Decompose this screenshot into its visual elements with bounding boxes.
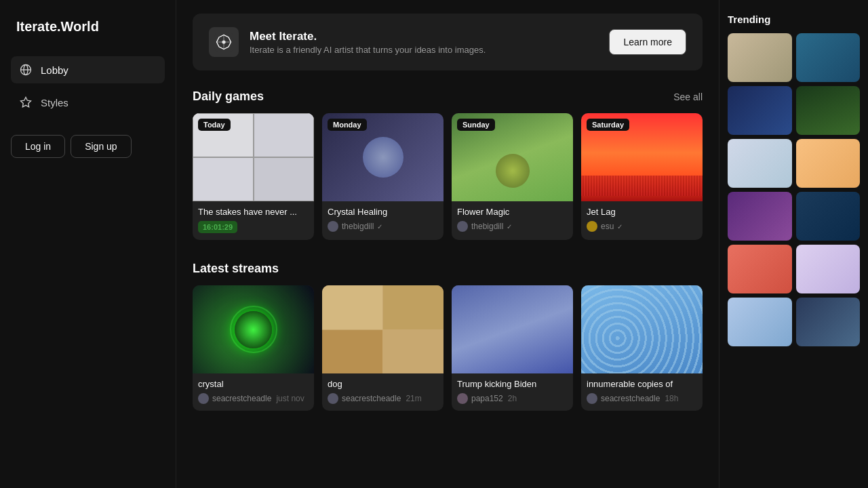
stream-card-innumerable[interactable]: innumerable copies of seacrestcheadle 18…: [581, 285, 703, 411]
game-title-saturday: Jet Lag: [587, 207, 697, 217]
svg-marker-3: [21, 98, 31, 107]
stream-card-dog[interactable]: dog seacrestcheadle 21m: [322, 285, 443, 411]
avatar-seacrest-2: [328, 393, 338, 404]
stream-time-innumerable: 18h: [665, 394, 678, 403]
daily-games-see-all[interactable]: See all: [673, 92, 703, 102]
stream-meta-crystal: seacrestcheadle just nov: [198, 393, 309, 404]
trending-item-5[interactable]: [728, 139, 792, 188]
stream-author-innumerable: seacrestcheadle: [601, 394, 660, 403]
daily-games-header: Daily games See all: [193, 89, 703, 104]
stream-info-trump: Trump kicking Biden papa152 2h: [452, 373, 573, 411]
trending-item-10[interactable]: [796, 245, 861, 293]
verified-icon-3: ✓: [617, 223, 623, 230]
trending-title: Trending: [728, 14, 860, 25]
stream-info-dog: dog seacrestcheadle 21m: [322, 373, 443, 411]
trending-item-9[interactable]: [728, 245, 792, 293]
stream-meta-innumerable: seacrestcheadle 18h: [587, 393, 697, 404]
stream-title-crystal: crystal: [198, 379, 309, 389]
comic-panel-4: [254, 157, 315, 201]
game-card-sunday[interactable]: Sunday Flower Magic thebigdill ✓: [452, 113, 573, 240]
game-info-monday: Crystal Healing thebigdill ✓: [322, 201, 443, 239]
trending-item-11[interactable]: [728, 298, 792, 346]
globe-icon: [19, 63, 33, 77]
trending-item-12[interactable]: [796, 298, 861, 346]
stream-author-crystal: seacrestcheadle: [212, 394, 271, 403]
stream-info-innumerable: innumerable copies of seacrestcheadle 18…: [581, 373, 703, 411]
signup-button[interactable]: Sign up: [71, 135, 131, 158]
avatar-thebigdill-2: [457, 221, 468, 232]
stream-card-crystal[interactable]: crystal seacrestcheadle just nov: [193, 285, 314, 411]
game-title-sunday: Flower Magic: [457, 207, 568, 217]
trending-item-6[interactable]: [796, 139, 861, 188]
game-card-saturday[interactable]: Saturday Jet Lag esu ✓: [581, 113, 703, 240]
latest-streams-title: Latest streams: [193, 262, 279, 276]
game-card-today[interactable]: Today The stakes have never ... 16:01:29: [193, 113, 314, 240]
dog-panel-1: [322, 285, 382, 329]
game-author-sunday: thebigdill: [471, 222, 503, 231]
avatar-seacrest-1: [198, 393, 209, 404]
trending-item-1[interactable]: [728, 33, 792, 82]
learn-more-button[interactable]: Learn more: [609, 29, 686, 55]
game-badge-sunday: Sunday: [457, 119, 495, 131]
game-card-monday[interactable]: Monday Crystal Healing thebigdill ✓: [322, 113, 443, 240]
daily-games-grid: Today The stakes have never ... 16:01:29…: [193, 113, 703, 240]
stream-time-dog: 21m: [406, 394, 421, 403]
game-title-monday: Crystal Healing: [328, 207, 438, 217]
trending-item-2[interactable]: [796, 33, 861, 82]
game-badge-today: Today: [198, 119, 231, 131]
stream-info-crystal: crystal seacrestcheadle just nov: [193, 373, 314, 411]
avatar-seacrest-3: [587, 393, 597, 404]
stream-thumb-innumerable: [581, 285, 703, 373]
svg-point-5: [222, 40, 225, 43]
login-button[interactable]: Log in: [11, 135, 65, 158]
stream-meta-trump: papa152 2h: [457, 393, 568, 404]
trending-item-8[interactable]: [796, 192, 861, 241]
stream-time-crystal: just nov: [276, 394, 304, 403]
latest-streams-grid: crystal seacrestcheadle just nov dog: [193, 285, 703, 411]
game-thumb-saturday: Saturday: [581, 113, 703, 201]
game-author-saturday: esu: [601, 222, 614, 231]
sidebar-lobby-label: Lobby: [41, 64, 68, 76]
trending-item-7[interactable]: [728, 192, 792, 241]
stream-author-trump: papa152: [471, 394, 503, 403]
stream-title-dog: dog: [328, 379, 438, 389]
game-info-saturday: Jet Lag esu ✓: [581, 201, 703, 239]
stream-title-trump: Trump kicking Biden: [457, 379, 568, 389]
stream-author-dog: seacrestcheadle: [342, 394, 401, 403]
stream-thumb-dog: [322, 285, 443, 373]
banner-subtitle: Iterate is a friendly AI artist that tur…: [250, 45, 598, 55]
avatar-papa152: [457, 393, 468, 404]
stream-card-trump[interactable]: Trump kicking Biden papa152 2h: [452, 285, 573, 411]
game-meta-monday: thebigdill ✓: [328, 221, 438, 232]
stream-thumb-trump: [452, 285, 573, 373]
dog-panel-3: [322, 330, 382, 374]
sidebar: Iterate.World Lobby Styles Log in Sign u…: [0, 0, 176, 488]
game-meta-today: 16:01:29: [198, 221, 309, 233]
banner-icon: [209, 27, 239, 57]
sidebar-styles-label: Styles: [41, 97, 68, 108]
stream-thumb-crystal: [193, 285, 314, 373]
game-timer: 16:01:29: [198, 221, 237, 233]
avatar-esu: [587, 221, 597, 232]
game-thumb-sunday: Sunday: [452, 113, 573, 201]
daily-games-title: Daily games: [193, 89, 264, 104]
game-meta-saturday: esu ✓: [587, 221, 697, 232]
auth-buttons: Log in Sign up: [11, 135, 165, 158]
game-info-sunday: Flower Magic thebigdill ✓: [452, 201, 573, 239]
game-thumb-today: Today: [193, 113, 314, 201]
trending-item-3[interactable]: [728, 86, 792, 135]
sidebar-item-lobby[interactable]: Lobby: [11, 56, 165, 83]
comic-panel-3: [193, 157, 254, 201]
game-author-monday: thebigdill: [342, 222, 374, 231]
star-icon: [19, 96, 33, 109]
verified-icon-1: ✓: [377, 223, 382, 230]
stream-time-trump: 2h: [508, 394, 517, 403]
stream-title-innumerable: innumerable copies of: [587, 379, 697, 389]
sidebar-item-styles[interactable]: Styles: [11, 89, 165, 116]
latest-streams-header: Latest streams: [193, 262, 703, 276]
trending-panel: Trending: [719, 0, 868, 488]
trending-grid: [728, 33, 860, 346]
stream-meta-dog: seacrestcheadle 21m: [328, 393, 438, 404]
banner-title: Meet Iterate.: [250, 30, 598, 43]
trending-item-4[interactable]: [796, 86, 861, 135]
